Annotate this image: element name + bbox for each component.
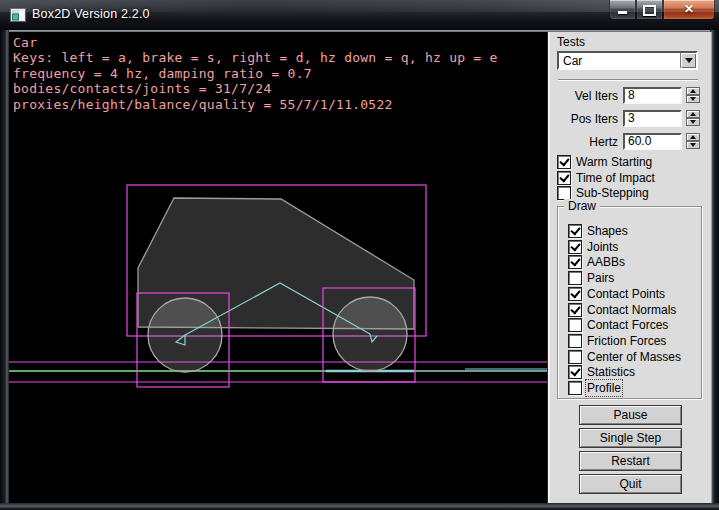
check-icon (570, 303, 580, 314)
time-of-impact-checkbox[interactable] (557, 171, 571, 185)
check-icon (559, 171, 569, 182)
simulation-canvas[interactable]: CarKeys: left = a, brake = s, right = d,… (9, 32, 547, 503)
vel-iters-row: Vel Iters 8 (548, 87, 712, 104)
minimize-icon (618, 11, 627, 14)
maximize-icon (643, 5, 656, 16)
contact-forces-checkbox[interactable] (568, 318, 582, 332)
hertz-row: Hertz 60.0 (548, 133, 712, 150)
pairs-label: Pairs (587, 271, 614, 285)
pause-button[interactable]: Pause (579, 405, 682, 425)
arrow-up-icon (690, 135, 696, 139)
aabbs-label: AABBs (587, 255, 625, 269)
check-icon (559, 156, 569, 167)
hertz-input[interactable]: 60.0 (623, 133, 682, 150)
minimize-button[interactable] (609, 0, 636, 20)
vel-iters-down-button[interactable] (686, 95, 700, 103)
shapes-checkbox[interactable] (568, 224, 582, 238)
pos-iters-input[interactable]: 3 (623, 110, 682, 127)
vel-iters-input[interactable]: 8 (623, 87, 682, 104)
check-icon (570, 225, 580, 236)
tests-label: Tests (557, 35, 585, 49)
arrow-down-icon (690, 97, 696, 101)
joints-checkbox[interactable] (568, 240, 582, 254)
sub-stepping-checkbox[interactable] (557, 186, 571, 200)
arrow-up-icon (690, 89, 696, 93)
window-border-left (0, 30, 9, 503)
vel-iters-stepper (686, 87, 700, 104)
vel-iters-up-button[interactable] (686, 87, 700, 95)
chevron-down-icon (685, 58, 693, 63)
arrow-up-icon (690, 112, 696, 116)
check-icon (570, 366, 580, 377)
contact-forces-label: Contact Forces (587, 318, 668, 332)
profile-label: Profile (587, 381, 621, 395)
pos-iters-down-button[interactable] (686, 118, 700, 126)
dropdown-arrow-button[interactable] (680, 53, 696, 68)
statistics-label: Statistics (587, 365, 635, 379)
app-window: Box2D Version 2.2.0 ✕ (0, 0, 719, 510)
center-of-masses-label: Center of Masses (587, 350, 681, 364)
statistics-checkbox[interactable] (568, 365, 582, 379)
stat-line: bodies/contacts/joints = 31/7/24 (13, 81, 498, 96)
pos-iters-label: Pos Iters (548, 112, 618, 126)
separator (558, 79, 698, 81)
hertz-stepper (686, 133, 700, 150)
window-border-bottom (0, 503, 719, 510)
stat-line: proxies/height/balance/quality = 55/7/1/… (13, 97, 498, 112)
contact-normals-checkbox[interactable] (568, 303, 582, 317)
center-of-masses-checkbox[interactable] (568, 350, 582, 364)
contact-points-label: Contact Points (587, 287, 665, 301)
title-bar[interactable]: Box2D Version 2.2.0 ✕ (0, 0, 719, 30)
pairs-checkbox[interactable] (568, 271, 582, 285)
restart-button[interactable]: Restart (579, 451, 682, 471)
hertz-label: Hertz (548, 135, 618, 149)
arrow-down-icon (690, 143, 696, 147)
tests-selected-value: Car (563, 54, 582, 68)
check-icon (570, 240, 580, 251)
pos-iters-stepper (686, 110, 700, 127)
stat-line: frequency = 4 hz, damping ratio = 0.7 (13, 66, 498, 81)
stat-line: Keys: left = a, brake = s, right = d, hz… (13, 50, 498, 65)
warm-starting-label: Warm Starting (576, 155, 652, 169)
shapes-label: Shapes (587, 224, 628, 238)
tests-dropdown[interactable]: Car (557, 51, 698, 70)
pos-iters-up-button[interactable] (686, 110, 700, 118)
contact-points-checkbox[interactable] (568, 287, 582, 301)
hertz-down-button[interactable] (686, 141, 700, 149)
friction-forces-label: Friction Forces (587, 334, 666, 348)
caption-buttons: ✕ (609, 0, 715, 19)
control-panel: Tests Car Vel Iters 8 Pos Iters 3 (547, 32, 712, 503)
maximize-button[interactable] (636, 0, 663, 20)
vel-iters-label: Vel Iters (548, 89, 618, 103)
joints-label: Joints (587, 240, 618, 254)
check-icon (570, 256, 580, 267)
quit-button[interactable]: Quit (579, 474, 682, 494)
sub-stepping-label: Sub-Stepping (576, 186, 649, 200)
arrow-down-icon (690, 120, 696, 124)
statistics-text: CarKeys: left = a, brake = s, right = d,… (13, 35, 498, 112)
time-of-impact-label: Time of Impact (576, 171, 655, 185)
pos-iters-row: Pos Iters 3 (548, 110, 712, 127)
box2d-app-icon (10, 7, 26, 23)
close-button[interactable]: ✕ (663, 0, 715, 20)
profile-checkbox[interactable] (568, 381, 582, 395)
draw-group-legend: Draw (564, 199, 600, 213)
aabbs-checkbox[interactable] (568, 255, 582, 269)
warm-starting-checkbox[interactable] (557, 155, 571, 169)
friction-forces-checkbox[interactable] (568, 334, 582, 348)
close-icon: ✕ (684, 1, 694, 18)
hertz-up-button[interactable] (686, 133, 700, 141)
single-step-button[interactable]: Single Step (579, 428, 682, 448)
window-title: Box2D Version 2.2.0 (32, 7, 150, 21)
contact-normals-label: Contact Normals (587, 303, 676, 317)
stat-line: Car (13, 35, 498, 50)
check-icon (570, 287, 580, 298)
